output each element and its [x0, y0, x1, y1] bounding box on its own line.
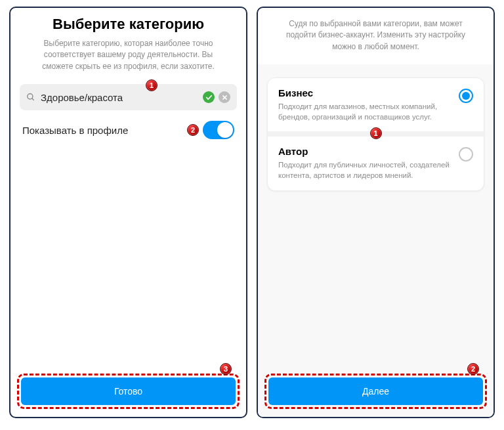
clear-icon[interactable] — [219, 91, 230, 103]
phone-right: Судя по выбранной вами категории, вам мо… — [257, 7, 495, 418]
svg-point-0 — [28, 94, 33, 99]
page-subtitle: Судя по выбранной вами категории, вам мо… — [258, 18, 494, 53]
category-search-input[interactable] — [41, 92, 203, 103]
toggle-knob — [217, 122, 233, 138]
bottom-button-wrap: 3 Готово — [21, 377, 236, 405]
show-in-profile-toggle[interactable] — [203, 121, 234, 139]
option-business[interactable]: Бизнес Подходит для магазинов, местных к… — [268, 78, 484, 131]
phone-left: Выберите категорию Выберите категорию, к… — [9, 7, 247, 418]
option-desc: Подходит для магазинов, местных компаний… — [278, 101, 452, 122]
option-author[interactable]: Автор Подходит для публичных личностей, … — [268, 137, 484, 190]
page-title: Выберите категорию — [21, 16, 236, 33]
option-divider: 1 — [268, 131, 484, 137]
svg-line-1 — [32, 98, 34, 100]
search-icon — [26, 93, 35, 102]
search-trailing — [203, 91, 230, 103]
account-type-option-list: Бизнес Подходит для магазинов, местных к… — [267, 77, 484, 190]
annotation-badge: 2 — [187, 124, 199, 136]
annotation-badge: 1 — [146, 79, 158, 91]
option-title: Бизнес — [278, 87, 452, 98]
right-screen-body: Бизнес Подходит для магазинов, местных к… — [258, 64, 494, 417]
annotation-badge: 1 — [370, 127, 382, 139]
toggle-label: Показывать в профиле — [22, 125, 128, 136]
annotation-badge: 3 — [220, 363, 232, 375]
page-subtitle: Выберите категорию, которая наиболее точ… — [10, 38, 246, 72]
option-desc: Подходит для публичных личностей, создат… — [278, 160, 452, 181]
option-title: Автор — [278, 146, 452, 157]
annotation-badge: 2 — [467, 363, 479, 375]
done-button[interactable]: Готово — [21, 377, 236, 405]
next-button[interactable]: Далее — [268, 377, 483, 405]
bottom-button-wrap: 2 Далее — [268, 377, 483, 405]
radio-unselected-icon[interactable] — [459, 147, 473, 161]
check-icon — [203, 91, 215, 103]
show-in-profile-row: Показывать в профиле 2 — [10, 118, 246, 142]
category-search-row[interactable]: 1 — [20, 84, 237, 110]
radio-selected-icon[interactable] — [459, 89, 473, 103]
